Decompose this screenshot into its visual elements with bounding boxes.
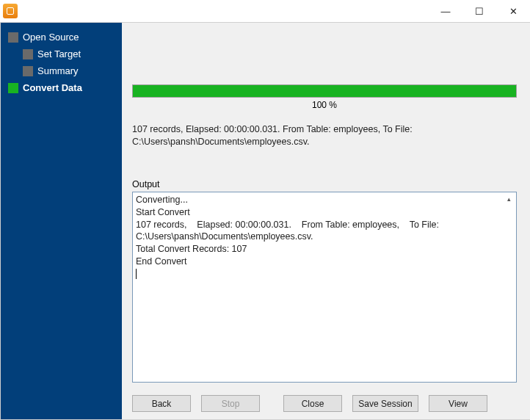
sidebar-item-label: Convert Data (23, 82, 82, 93)
maximize-button[interactable]: ☐ (462, 0, 496, 22)
sidebar-item-label: Summary (37, 65, 79, 76)
sidebar-item-summary[interactable]: Summary (1, 62, 122, 79)
save-session-button[interactable]: Save Session (352, 395, 418, 412)
step-box-icon (8, 32, 18, 43)
sidebar-item-set-target[interactable]: Set Target (1, 46, 122, 62)
titlebar: — ☐ ✕ (0, 0, 530, 22)
minimize-button[interactable]: — (429, 0, 462, 22)
button-row: Back Stop Close Save Session View (122, 389, 530, 419)
output-text: Converting... Start Convert 107 records,… (136, 195, 441, 267)
stop-button: Stop (201, 395, 260, 412)
output-label: Output (132, 179, 517, 189)
close-button[interactable]: Close (283, 395, 342, 412)
output-textarea[interactable]: Converting... Start Convert 107 records,… (132, 192, 517, 383)
step-box-icon (23, 49, 33, 59)
app-icon (3, 4, 18, 18)
close-window-button[interactable]: ✕ (496, 0, 530, 22)
scroll-up-icon[interactable]: ▴ (504, 194, 515, 205)
step-box-icon (8, 83, 18, 93)
step-box-icon (23, 66, 33, 76)
sidebar-item-label: Set Target (37, 48, 81, 59)
text-caret (136, 269, 137, 279)
view-button[interactable]: View (429, 395, 487, 412)
conversion-summary: 107 records, Elapsed: 00:00:00.031. From… (132, 123, 517, 148)
sidebar-item-convert-data[interactable]: Convert Data (1, 79, 122, 96)
progress-percent-label: 100 % (132, 100, 517, 110)
progress-bar (132, 84, 517, 98)
sidebar-item-open-source[interactable]: Open Source (1, 29, 122, 46)
window-controls: — ☐ ✕ (429, 0, 530, 22)
wizard-sidebar: Open Source Set Target Summary Convert D… (1, 23, 122, 419)
back-button[interactable]: Back (132, 395, 191, 412)
main-panel: 100 % 107 records, Elapsed: 00:00:00.031… (122, 23, 530, 419)
sidebar-item-label: Open Source (23, 32, 79, 43)
progress-fill (133, 85, 516, 97)
